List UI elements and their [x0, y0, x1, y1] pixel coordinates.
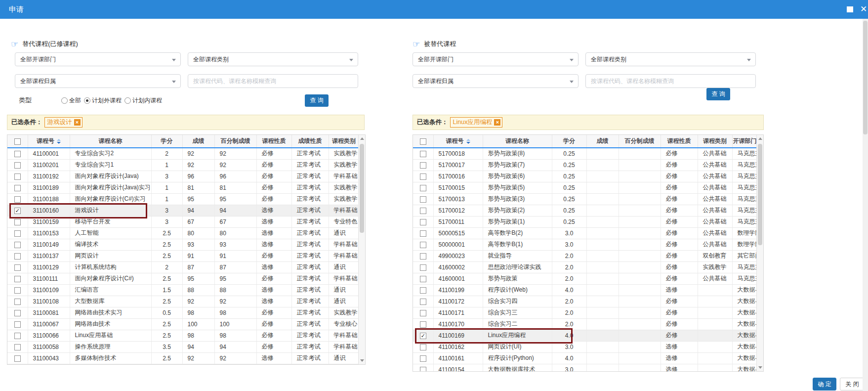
course-category-select[interactable]: 全部课程类别	[585, 52, 756, 66]
table-scrollbar[interactable]	[358, 135, 365, 364]
select-all-checkbox[interactable]	[14, 138, 21, 145]
row-checkbox[interactable]: ✓	[420, 333, 426, 339]
course-search-input[interactable]	[188, 74, 358, 88]
table-row[interactable]: 31100137网页设计2.59191必修正常考试学科基础	[7, 250, 359, 261]
table-row[interactable]: 31100129计算机系统结构28787选修正常考试通识	[7, 261, 359, 273]
tag-remove-icon[interactable]: ×	[494, 119, 500, 126]
row-checkbox[interactable]: ✓	[14, 208, 21, 214]
column-header[interactable]: 课程类别	[329, 135, 359, 148]
table-row[interactable]: 41100172综合实习四2.0必修大数据与智	[413, 296, 757, 307]
table-row[interactable]: 51700016形势与政策(6)0.25必修公共基础马克思主义	[413, 171, 757, 182]
course-belong-select[interactable]: 全部课程归属	[15, 74, 181, 88]
course-search-input[interactable]	[585, 74, 756, 88]
row-checkbox[interactable]	[14, 276, 21, 282]
table-row[interactable]: 49900023就业指导2.0必修双创教育其它部门	[413, 250, 757, 261]
table-row[interactable]: 51700015形势与政策(5)0.25必修公共基础马克思主义	[413, 182, 757, 193]
table-row[interactable]: 51700017形势与政策(7)0.25必修公共基础马克思主义	[413, 159, 757, 171]
table-row[interactable]: 41100199程序设计(Web)4.0选修大数据与智	[413, 284, 757, 296]
column-header[interactable]: 课程性质	[661, 135, 698, 148]
maximize-icon[interactable]	[847, 6, 853, 12]
column-header[interactable]: 开课部门	[732, 135, 757, 148]
row-checkbox[interactable]	[14, 174, 21, 180]
row-checkbox[interactable]	[420, 321, 426, 328]
row-checkbox[interactable]	[420, 287, 426, 294]
table-row[interactable]: 41100001专业综合实习229292必修正常考试实践教学	[7, 148, 359, 159]
column-header[interactable]: 课程名称	[483, 135, 552, 148]
department-select[interactable]: 全部开课部门	[413, 52, 579, 66]
row-checkbox[interactable]	[420, 230, 426, 237]
column-header[interactable]: 百分制成绩	[214, 135, 256, 148]
table-row[interactable]: 50000001高等数学B(1)3.0必修公共基础数理学院	[413, 239, 757, 250]
table-row[interactable]: 51700012形势与政策(2)0.25必修公共基础马克思主义	[413, 205, 757, 216]
table-row[interactable]: 31100192面向对象程序设计(Java)39696必修正常考试学科基础	[7, 171, 359, 182]
row-checkbox[interactable]	[420, 174, 426, 180]
select-all-checkbox[interactable]	[420, 138, 426, 145]
table-row[interactable]: 41100171综合实习三2.0必修大数据与智	[413, 307, 757, 318]
table-row[interactable]: 31100043多媒体制作技术2.59292选修正常考试通识	[7, 352, 359, 364]
table-row[interactable]: 31100111面向对象程序设计(C#)2.59595必修正常考试学科基础	[7, 273, 359, 284]
table-row[interactable]: 41100154大数据数据库技术3.0选修大数据与智	[413, 364, 757, 372]
table-row[interactable]: ✓31100160游戏设计39494选修正常考试学科基础	[7, 205, 359, 216]
row-checkbox[interactable]	[420, 344, 426, 350]
table-row[interactable]: 31100159移动平台开发36767选修正常考试专业特色	[7, 216, 359, 227]
radio-all[interactable]: 全部	[61, 96, 81, 105]
table-row[interactable]: 31100188面向对象程序设计(C#)实习19595必修正常考试实践教学	[7, 193, 359, 205]
close-icon[interactable]: ✕	[860, 4, 868, 14]
scroll-down-icon[interactable]	[757, 364, 763, 370]
table-row[interactable]: 31100149编译技术2.59393选修正常考试学科基础	[7, 239, 359, 250]
column-header[interactable]: 课程性质	[256, 135, 291, 148]
row-checkbox[interactable]	[420, 264, 426, 271]
column-header[interactable]: 成绩	[182, 135, 214, 148]
column-header[interactable]: 百分制成绩	[619, 135, 661, 148]
table-row[interactable]: 41600001形势与政策2.0必修公共基础马克思主义	[413, 273, 757, 284]
table-row[interactable]: 31100201专业综合实习119292必修正常考试实践教学	[7, 159, 359, 171]
scroll-up-icon[interactable]	[359, 136, 365, 142]
row-checkbox[interactable]	[14, 344, 21, 350]
table-scrollbar[interactable]	[756, 135, 763, 371]
row-checkbox[interactable]	[420, 242, 426, 248]
column-header[interactable]: 成绩性质	[291, 135, 329, 148]
table-row[interactable]: 31100058操作系统原理3.59494必修正常考试学科基础	[7, 341, 359, 352]
row-checkbox[interactable]	[420, 219, 426, 225]
row-checkbox[interactable]	[14, 253, 21, 260]
row-checkbox[interactable]	[420, 253, 426, 260]
column-header[interactable]: 学分	[151, 135, 182, 148]
table-row[interactable]: 41100162网页设计(UI)3.0选修大数据与智	[413, 341, 757, 352]
confirm-button[interactable]: 确 定	[813, 378, 836, 391]
table-row[interactable]: 51700011形势与政策(1)0.25必修公共基础马克思主义	[413, 216, 757, 227]
row-checkbox[interactable]	[14, 230, 21, 237]
close-button[interactable]: 关 闭	[840, 378, 865, 391]
row-checkbox[interactable]	[14, 333, 21, 339]
table-row[interactable]: 31100081网络路由技术实习0.59898必修正常考试实践教学	[7, 307, 359, 318]
row-checkbox[interactable]	[14, 196, 21, 203]
query-button[interactable]: 查 询	[305, 94, 329, 107]
column-header[interactable]: 课程类别	[698, 135, 732, 148]
table-row[interactable]: 31100109汇编语言1.58888选修正常考试通识	[7, 284, 359, 296]
table-row[interactable]: 41100161程序设计(Python)4.0选修大数据与智	[413, 352, 757, 364]
row-checkbox[interactable]	[14, 219, 21, 225]
row-checkbox[interactable]	[14, 264, 21, 271]
row-checkbox[interactable]	[14, 151, 21, 157]
row-checkbox[interactable]	[420, 208, 426, 214]
scroll-down-icon[interactable]	[359, 357, 365, 363]
radio-in-plan[interactable]: 计划内课程	[124, 96, 162, 105]
row-checkbox[interactable]	[14, 162, 21, 169]
table-row[interactable]: 31100189面向对象程序设计(Java)实习18181必修正常考试实践教学	[7, 182, 359, 193]
table-row[interactable]: 51700013形势与政策(3)0.25必修公共基础马克思主义	[413, 193, 757, 205]
scroll-up-icon[interactable]	[757, 136, 763, 142]
row-checkbox[interactable]	[420, 367, 426, 372]
scrollbar-thumb[interactable]	[758, 144, 762, 245]
table-row[interactable]: 31100153人工智能2.58080选修正常考试通识	[7, 227, 359, 239]
table-row[interactable]: 31100108大型数据库2.59292选修正常考试通识	[7, 296, 359, 307]
table-row[interactable]: 41100170综合实习二2.0必修大数据与智	[413, 318, 757, 330]
column-header[interactable]: 课程名称	[70, 135, 151, 148]
row-checkbox[interactable]	[420, 299, 426, 305]
table-row[interactable]: 31100066Linux应用基础2.59898必修正常考试学科基础	[7, 330, 359, 341]
radio-out-of-plan[interactable]: 计划外课程	[84, 96, 122, 105]
department-select[interactable]: 全部开课部门	[15, 52, 181, 66]
row-checkbox[interactable]	[14, 299, 21, 305]
course-category-select[interactable]: 全部课程类别	[188, 52, 358, 66]
table-row[interactable]: 41600002思想政治理论课实践2.0必修实践教学马克思主义	[413, 261, 757, 273]
row-checkbox[interactable]	[420, 276, 426, 282]
row-checkbox[interactable]	[420, 185, 426, 191]
